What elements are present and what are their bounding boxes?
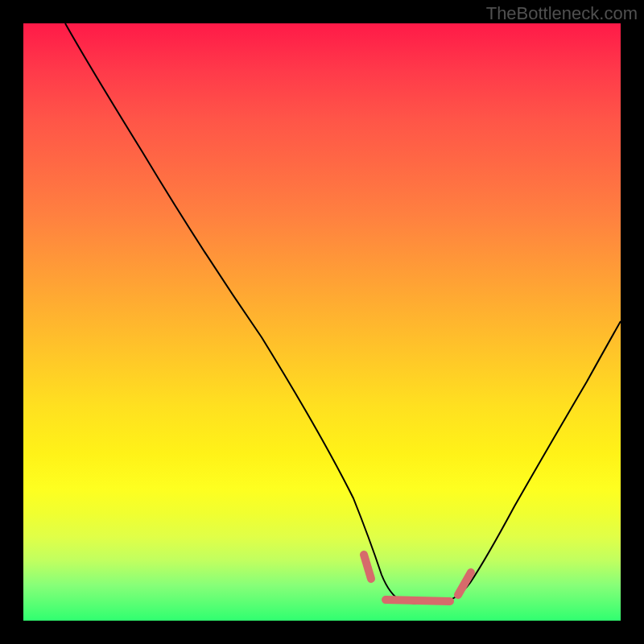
watermark-text: TheBottleneck.com [486, 3, 638, 24]
chart-gradient-background [23, 23, 621, 621]
